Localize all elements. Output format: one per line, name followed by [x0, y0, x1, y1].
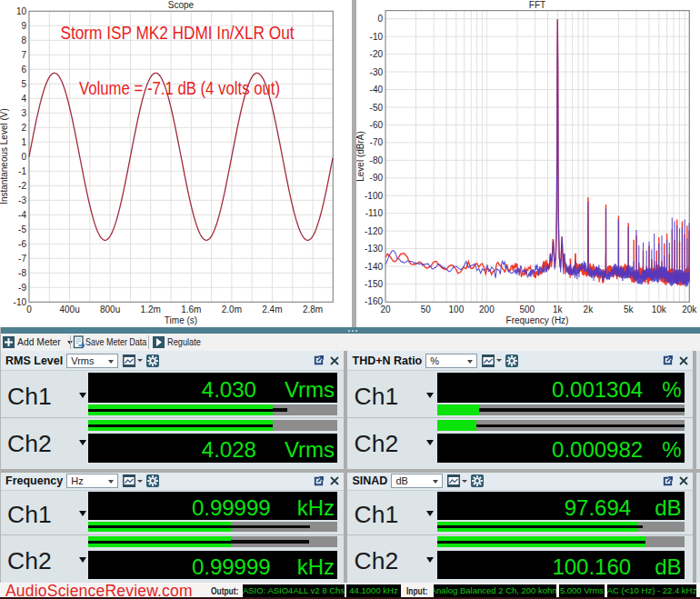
svg-text:2.4m: 2.4m	[262, 304, 282, 314]
svg-text:-9: -9	[18, 283, 26, 293]
svg-text:200: 200	[479, 304, 495, 314]
svg-text:-30: -30	[370, 67, 384, 77]
svg-text:-10: -10	[370, 32, 384, 42]
svg-text:Level (dBrA): Level (dBrA)	[356, 131, 365, 182]
svg-text:FFT: FFT	[529, 0, 545, 10]
svg-text:-130: -130	[365, 244, 383, 254]
svg-text:10k: 10k	[652, 304, 667, 314]
svg-text:2k: 2k	[584, 304, 595, 314]
svg-text:Scope: Scope	[168, 0, 195, 10]
svg-text:-8: -8	[18, 268, 26, 278]
svg-text:-70: -70	[370, 137, 384, 147]
svg-text:-4: -4	[18, 210, 26, 220]
svg-text:1.6m: 1.6m	[181, 304, 201, 314]
svg-text:9: 9	[21, 21, 26, 31]
svg-text:-3: -3	[18, 195, 26, 205]
svg-text:500: 500	[519, 304, 535, 314]
svg-text:-140: -140	[365, 262, 383, 272]
svg-text:-90: -90	[370, 173, 384, 183]
svg-text:6: 6	[21, 65, 26, 75]
svg-text:-2: -2	[18, 181, 26, 191]
svg-text:-150: -150	[365, 279, 383, 289]
svg-text:50: 50	[421, 304, 432, 314]
svg-text:0: 0	[26, 304, 32, 314]
svg-text:-80: -80	[370, 155, 384, 165]
svg-text:0: 0	[377, 14, 383, 24]
svg-text:7: 7	[21, 50, 26, 60]
svg-text:1: 1	[21, 137, 26, 147]
svg-text:-100: -100	[365, 191, 383, 201]
svg-text:400u: 400u	[59, 304, 79, 314]
svg-text:20k: 20k	[682, 304, 697, 314]
svg-text:10: 10	[16, 6, 27, 16]
svg-text:-10: -10	[14, 297, 27, 307]
svg-text:2.8m: 2.8m	[303, 304, 323, 314]
svg-text:-110: -110	[365, 208, 384, 218]
svg-text:5k: 5k	[624, 304, 635, 314]
svg-text:800u: 800u	[100, 304, 120, 314]
svg-text:-20: -20	[370, 49, 384, 59]
svg-text:-60: -60	[370, 120, 384, 130]
svg-text:Storm ISP MK2 HDMI In/XLR Out: Storm ISP MK2 HDMI In/XLR Out	[61, 22, 295, 43]
svg-text:2: 2	[21, 123, 26, 133]
svg-text:100: 100	[449, 304, 465, 314]
svg-text:-50: -50	[370, 103, 384, 113]
svg-text:2.0m: 2.0m	[222, 304, 242, 314]
svg-text:-40: -40	[370, 85, 384, 95]
svg-text:0: 0	[21, 152, 26, 162]
svg-text:1k: 1k	[553, 304, 564, 314]
svg-text:Instantaneous Level (V): Instantaneous Level (V)	[0, 108, 9, 205]
svg-text:3: 3	[21, 108, 26, 118]
svg-text:1.2m: 1.2m	[141, 304, 161, 314]
svg-text:5: 5	[21, 79, 26, 89]
svg-text:-1: -1	[18, 166, 26, 176]
svg-text:8: 8	[21, 35, 26, 45]
svg-text:Time (s): Time (s)	[165, 315, 197, 325]
svg-text:-5: -5	[18, 225, 26, 235]
svg-text:-6: -6	[18, 239, 26, 249]
svg-text:Volume = -7.1 dB (4 volts out): Volume = -7.1 dB (4 volts out)	[79, 77, 280, 98]
svg-text:Frequency (Hz): Frequency (Hz)	[506, 315, 569, 325]
svg-text:-7: -7	[18, 254, 26, 264]
svg-text:-120: -120	[365, 226, 383, 236]
svg-text:20: 20	[380, 304, 391, 314]
svg-text:4: 4	[21, 94, 26, 104]
